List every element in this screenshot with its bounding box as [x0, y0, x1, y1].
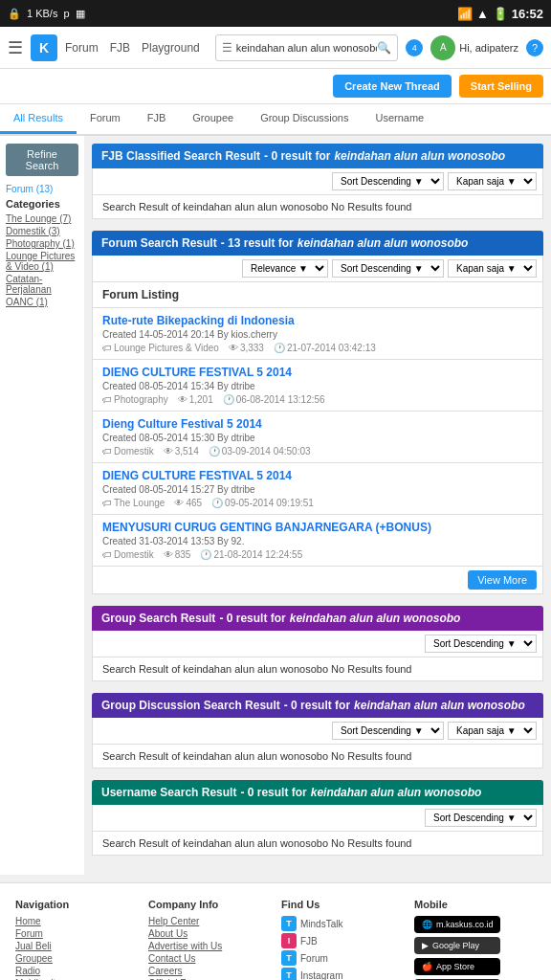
fjb-sort-controls: Sort Descending ▼ Kapan saja ▼ [92, 168, 543, 195]
help-icon[interactable]: ? [526, 39, 543, 56]
view-more-button[interactable]: View More [468, 570, 537, 590]
footer-nav-forum[interactable]: Forum [15, 928, 137, 939]
tab-forum[interactable]: Forum [77, 104, 134, 134]
footer-advertise[interactable]: Advertise with Us [148, 941, 270, 951]
refine-search-button[interactable]: Refine Search [6, 144, 78, 176]
sidebar-link-1[interactable]: Domestik (3) [6, 226, 78, 236]
search-icon[interactable]: 🔍 [377, 41, 391, 55]
username-header-label: Username Search Result [101, 786, 236, 799]
footer-navigation: Navigation Home Forum Jual Beli Groupee … [15, 899, 137, 980]
footer-mobile-title: Mobile [414, 899, 536, 910]
mobile-badges: 🌐 m.kaskus.co.id ▶ Google Play 🍎 App Sto… [414, 916, 536, 980]
forum-item-tags-2: 🏷 Domestik 👁 3,514 🕐 03-09-2014 04:50:03 [102, 446, 533, 457]
sidebar-link-0[interactable]: The Lounge (7) [6, 213, 78, 224]
forum-item-tags-3: 🏷 The Lounge 👁 465 🕐 09-05-2014 09:19:51 [102, 498, 533, 508]
footer-grid: Navigation Home Forum Jual Beli Groupee … [15, 899, 536, 980]
user-info: A Hi, adipaterz [430, 35, 518, 60]
footer-help[interactable]: Help Center [148, 916, 270, 926]
footer-social-forum[interactable]: T Forum [281, 950, 403, 966]
forum-item-title-1[interactable]: DIENG CULTURE FESTIVAL 5 2014 [102, 366, 533, 379]
forum-item-title-0[interactable]: Rute-rute Bikepacking di Indonesia [102, 314, 533, 327]
play-icon: ▶ [422, 941, 429, 950]
sidebar-link-3[interactable]: Lounge Pictures & Video (1) [6, 251, 78, 272]
group-disc-sort-select[interactable]: Sort Descending ▼ [332, 722, 444, 740]
footer-findus: Find Us T MindsTalk I FJB T Forum T Inst… [281, 899, 403, 980]
username-count-text: - 0 result for [240, 786, 306, 799]
forum-item-meta-1: Created 08-05-2014 15:34 By dtribe [102, 381, 533, 391]
footer-social-fjb[interactable]: T Instagram [281, 968, 403, 980]
group-disc-result-section: Group Discussion Search Result - 0 resul… [92, 693, 543, 768]
forum-result-header: Forum Search Result - 13 result for kein… [92, 231, 543, 256]
group-disc-result-header: Group Discussion Search Result - 0 resul… [92, 693, 543, 718]
tab-groupee[interactable]: Groupee [179, 104, 247, 134]
sidebar-forum-label[interactable]: Forum (13) [6, 184, 78, 194]
nav-links: All Results Forum FJB Playground [65, 41, 200, 55]
hamburger-icon[interactable]: ☰ [8, 37, 23, 58]
forum-item-4: MENYUSURI CURUG GENTING BANJARNEGARA (+B… [92, 515, 543, 567]
footer-nav-radio[interactable]: Radio [15, 966, 137, 976]
tab-all-results[interactable]: All Results [0, 104, 77, 134]
sidebar-link-4[interactable]: Catatan-Perjalanan [6, 274, 78, 295]
forum-item-3: DIENG CULTURE FESTIVAL 5 2014 Created 08… [92, 463, 543, 515]
forum-sort-select[interactable]: Sort Descending ▼ [332, 259, 444, 278]
forum-relevance-select[interactable]: Relevance ▼ [242, 259, 328, 278]
forum-time-select[interactable]: Kapan saja ▼ [448, 259, 537, 278]
nav-playground-link[interactable]: Playground [142, 41, 200, 55]
sidebar-link-5[interactable]: OANC (1) [6, 297, 78, 307]
footer-about[interactable]: About Us [148, 928, 270, 939]
tab-group-discussions[interactable]: Group Discussions [247, 104, 362, 134]
footer-social-instagram[interactable]: I FJB [281, 933, 403, 948]
footer-nav-groupee[interactable]: Groupee [15, 953, 137, 964]
sidebar-link-2[interactable]: Photography (1) [6, 238, 78, 249]
google-play-badge[interactable]: ▶ Google Play [414, 937, 500, 954]
forum-views-1: 👁 1,201 [178, 394, 213, 405]
group-sort-select[interactable]: Sort Descending ▼ [425, 635, 537, 653]
footer-nav-jualbeli[interactable]: Jual Beli [15, 941, 137, 951]
search-input[interactable] [236, 42, 378, 54]
clock: 16:52 [512, 7, 543, 21]
app-store-badge[interactable]: 🍎 App Store [414, 958, 500, 975]
fjb-count-text: - 0 result for [264, 149, 330, 163]
group-disc-time-select[interactable]: Kapan saja ▼ [448, 722, 537, 740]
group-sort-controls: Sort Descending ▼ [92, 631, 543, 657]
footer-social-mindstalk[interactable]: T MindsTalk [281, 916, 403, 931]
start-selling-button[interactable]: Start Selling [459, 75, 543, 98]
forum-item-0: Rute-rute Bikepacking di Indonesia Creat… [92, 308, 543, 360]
fjb-time-select[interactable]: Kapan saja ▼ [448, 172, 537, 190]
forum-item-title-3[interactable]: DIENG CULTURE FESTIVAL 5 2014 [102, 469, 533, 482]
nav-fjb-link[interactable]: FJB [110, 41, 130, 55]
sidebar-categories-title: Categories [6, 198, 78, 210]
action-bar: Create New Thread Start Selling [0, 69, 551, 104]
tab-fjb[interactable]: FJB [134, 104, 180, 134]
apple-icon: 🍎 [422, 962, 432, 971]
footer-careers[interactable]: Careers [148, 966, 270, 976]
username-sort-select[interactable]: Sort Descending ▼ [425, 809, 537, 827]
group-keyword: keindahan alun alun wonosobo [290, 612, 461, 625]
forum-item-title-2[interactable]: Dieng Culture Festival 5 2014 [102, 417, 533, 431]
tab-username[interactable]: Username [362, 104, 437, 134]
group-disc-keyword: keindahan alun alun wonosobo [354, 699, 525, 712]
forum-item-title-4[interactable]: MENYUSURI CURUG GENTING BANJARNEGARA (+B… [102, 521, 533, 534]
mobile-web-badge[interactable]: 🌐 m.kaskus.co.id [414, 916, 500, 933]
status-left: 🔒 1 KB/s p ▦ [8, 8, 85, 20]
forum-views-2: 👁 3,514 [164, 446, 199, 457]
group-count-text: - 0 result for [219, 612, 285, 625]
search-box[interactable]: ☰ 🔍 [215, 34, 399, 61]
forum-tag-2: 🏷 Domestik [102, 446, 154, 457]
forum-tag-3: 🏷 The Lounge [102, 498, 165, 508]
top-nav: ☰ K All Results Forum FJB Playground ☰ 🔍… [0, 27, 551, 69]
site-logo[interactable]: K [31, 34, 57, 61]
forum-item-tags-1: 🏷 Photography 👁 1,201 🕐 06-08-2014 13:12… [102, 394, 533, 405]
footer-company-title: Company Info [148, 899, 270, 910]
footer-contact[interactable]: Contact Us [148, 953, 270, 964]
create-thread-button[interactable]: Create New Thread [333, 75, 452, 98]
content-area: FJB Classified Search Result - 0 result … [84, 136, 551, 875]
forum-tag-0: 🏷 Lounge Pictures & Video [102, 343, 219, 353]
nav-forum-link[interactable]: Forum [65, 41, 99, 55]
fjb-sort-select[interactable]: Sort Descending ▼ [332, 172, 444, 190]
forum-tag-1: 🏷 Photography [102, 394, 168, 405]
footer-nav-home[interactable]: Home [15, 916, 137, 926]
twitter2-icon: T [281, 950, 297, 966]
battery-icon: 🔋 [493, 7, 508, 21]
notification-badge[interactable]: 4 [406, 39, 423, 56]
